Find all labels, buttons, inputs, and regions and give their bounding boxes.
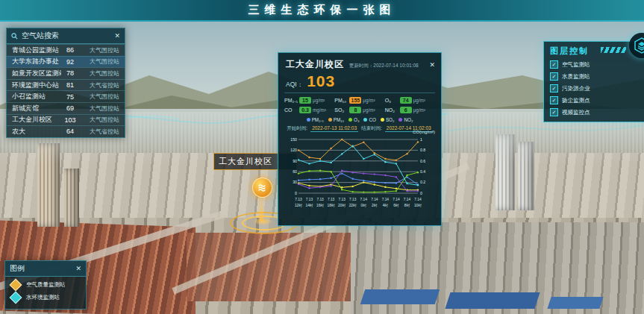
aqi-trend-chart: 030609012015000.20.40.60.817.1312时7.1314…	[285, 135, 434, 222]
svg-text:7.1410时: 7.1410时	[414, 198, 422, 207]
layer-toggle-item[interactable]: ✓ 视频监控点	[550, 108, 644, 116]
chart-legend-item[interactable]: PM₁₀	[328, 117, 344, 122]
pollutant-unit: μg/m³	[313, 98, 325, 103]
pollutant-label: SO₂	[334, 107, 348, 113]
start-time-input[interactable]: 2022-07-13 11:02:03	[310, 125, 358, 132]
station-aqi-value: 103	[61, 116, 79, 124]
svg-text:90: 90	[293, 159, 297, 163]
legend-item: 水环境监测站	[5, 289, 86, 302]
pollutant-unit: μg/m³	[363, 98, 375, 103]
station-type: 大气国控站	[79, 92, 119, 101]
svg-text:0.6: 0.6	[420, 159, 425, 163]
station-aqi-value: 69	[61, 104, 79, 112]
station-type: 大气国控站	[79, 104, 119, 113]
chart-legend-item[interactable]: SO₂	[381, 117, 395, 122]
svg-text:7.1312时: 7.1312时	[295, 198, 302, 207]
aqi-readout: AQI： 103	[278, 72, 441, 90]
popup-title: 工大金川校区	[286, 58, 344, 71]
checkbox-checked-icon[interactable]: ✓	[550, 72, 558, 81]
station-list-item[interactable]: 环境监测中心站 81 大气省控站	[7, 79, 125, 91]
svg-text:120: 120	[290, 148, 297, 152]
close-icon[interactable]: ✕	[114, 33, 120, 40]
pollutant-label: O₃	[385, 98, 398, 103]
chart-legend-item[interactable]: O₃	[348, 117, 359, 122]
station-type: 大气省控站	[79, 128, 119, 136]
station-type: 大气国控站	[79, 116, 119, 124]
layer-list: ✓ 空气监测站 ✓ 水质监测站 ✓ 污染源企业 ✓ 扬尘监测点	[550, 60, 644, 116]
station-aqi-value: 75	[61, 93, 79, 101]
popup-header: 工大金川校区 更新时间：2022-07-14 10:01:08 ✕	[278, 53, 441, 72]
station-name: 大学东路办事处	[12, 57, 61, 66]
station-list-item[interactable]: 农大 64 大气省控站	[7, 125, 125, 137]
station-list-item[interactable]: 新城宾馆 69 大气国控站	[7, 102, 125, 114]
end-time-label: 结束时间:	[361, 125, 382, 132]
station-name: 小召监测站	[12, 92, 61, 101]
station-list-item[interactable]: 工大金川校区 103 大气国控站	[7, 114, 125, 126]
pollutant-value-badge: 6	[400, 107, 412, 113]
layer-label: 空气监测站	[562, 61, 590, 69]
pollutant-value-badge: 15	[299, 97, 311, 104]
legend-item-label: 空气质量监测站	[26, 281, 66, 289]
pollutant-unit: μg/m³	[413, 98, 425, 103]
station-list-item[interactable]: 如意开发区监测站 78 大气国控站	[7, 67, 125, 79]
station-name: 环境监测中心站	[12, 81, 61, 90]
station-type: 大气国控站	[79, 57, 119, 66]
svg-text:7.146时: 7.146时	[393, 198, 400, 207]
layer-label: 污染源企业	[562, 85, 590, 92]
search-icon	[11, 33, 18, 40]
pollutant-value-badge: 155	[349, 97, 361, 104]
pollutant-label: PM₁₀	[334, 98, 348, 103]
svg-text:0.4: 0.4	[420, 169, 425, 174]
station-list-item[interactable]: 大学东路办事处 92 大气国控站	[7, 56, 125, 68]
svg-text:7.148时: 7.148时	[404, 198, 411, 207]
legend-item: 空气质量监测站	[5, 277, 86, 289]
checkbox-checked-icon[interactable]: ✓	[550, 60, 558, 69]
checkbox-checked-icon[interactable]: ✓	[550, 96, 558, 104]
divider	[284, 92, 435, 93]
station-list-item[interactable]: 青城公园监测站 86 大气国控站	[7, 44, 125, 56]
station-aqi-value: 64	[61, 128, 79, 135]
station-name: 如意开发区监测站	[12, 69, 61, 78]
chart-legend-item[interactable]: NO₂	[398, 117, 413, 122]
title-stripes-decor	[601, 47, 626, 53]
svg-text:0: 0	[295, 191, 297, 195]
layer-toggle-item[interactable]: ✓ 污染源企业	[550, 84, 644, 92]
station-list-item[interactable]: 小召监测站 75 大气国控站	[7, 90, 125, 102]
station-aqi-value: 92	[61, 58, 79, 66]
legend-label: SO₂	[386, 117, 395, 122]
svg-text:7.142时: 7.142时	[371, 198, 378, 207]
legend-panel-title: 图例	[10, 263, 25, 274]
layer-toggle-item[interactable]: ✓ 扬尘监测点	[550, 96, 644, 104]
map-legend-panel: 图例 ✕ 空气质量监测站 水环境监测站	[4, 260, 87, 310]
svg-text:7.1318时: 7.1318时	[328, 198, 335, 207]
layer-toggle-item[interactable]: ✓ 空气监测站	[550, 60, 644, 69]
station-marker[interactable]	[252, 178, 272, 198]
chart-legend-item[interactable]: PM₂.₅	[307, 117, 324, 122]
pollutant-value-badge: 74	[400, 97, 412, 104]
svg-text:7.1322时: 7.1322时	[349, 198, 357, 207]
chart-legend-item[interactable]: CO	[363, 117, 375, 122]
close-icon[interactable]: ✕	[429, 62, 435, 69]
station-name: 青城公园监测站	[12, 45, 61, 55]
legend-dot-icon	[363, 118, 367, 122]
station-type: 大气国控站	[79, 69, 119, 78]
close-icon[interactable]: ✕	[75, 266, 81, 272]
svg-text:150: 150	[290, 137, 297, 142]
station-type: 大气国控站	[79, 46, 119, 54]
pollutant-label: CO	[284, 107, 298, 113]
station-panel-header: 空气站搜索 ✕	[7, 28, 125, 44]
station-diamond-icon	[10, 292, 22, 304]
pollutant-value-badge: 8	[349, 107, 361, 113]
layer-toggle-item[interactable]: ✓ 水质监测站	[550, 72, 644, 81]
app: 工大金川校区 三维生态环保一张图 空气站搜索 ✕ 青城公园监测站 86 大气国控…	[0, 0, 644, 314]
pollutant-grid: PM₂.₅ 15 μg/m³ PM₁₀ 155 μg/m³ O₃ 74 μg/m…	[278, 95, 441, 115]
layer-label: 扬尘监测点	[562, 97, 590, 104]
svg-text:0: 0	[420, 191, 422, 195]
legend-dot-icon	[348, 118, 352, 122]
station-panel-title: 空气站搜索	[22, 31, 59, 41]
checkbox-checked-icon[interactable]: ✓	[550, 84, 558, 92]
header-bar: 三维生态环保一张图	[0, 0, 644, 22]
station-search-panel: 空气站搜索 ✕ 青城公园监测站 86 大气国控站 大学东路办事处 92 大气国控…	[6, 28, 125, 138]
station-type: 大气省控站	[79, 81, 119, 90]
checkbox-checked-icon[interactable]: ✓	[550, 108, 558, 116]
